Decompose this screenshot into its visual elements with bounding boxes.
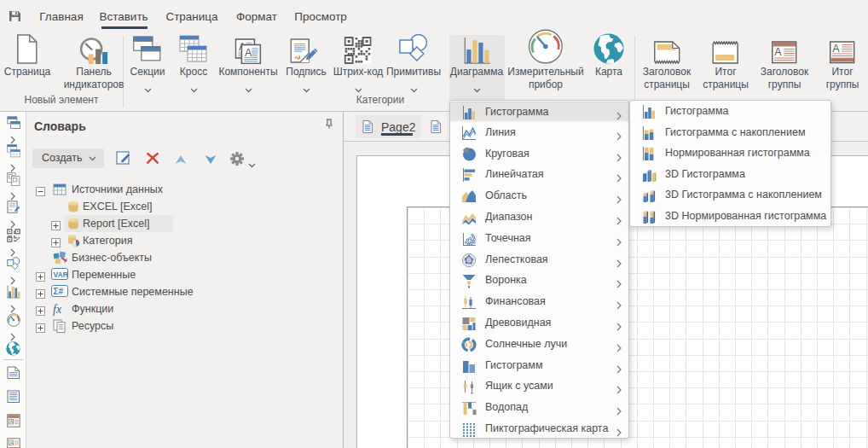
svg-text:fx: fx bbox=[53, 303, 62, 316]
svg-text:A: A bbox=[832, 43, 840, 55]
svg-text:VAR: VAR bbox=[54, 271, 68, 279]
svg-text:A: A bbox=[9, 419, 13, 424]
svg-text:A: A bbox=[245, 47, 252, 59]
svg-text:Σ#: Σ# bbox=[54, 287, 64, 296]
svg-text:A: A bbox=[774, 46, 782, 58]
svg-text:A: A bbox=[9, 440, 13, 445]
